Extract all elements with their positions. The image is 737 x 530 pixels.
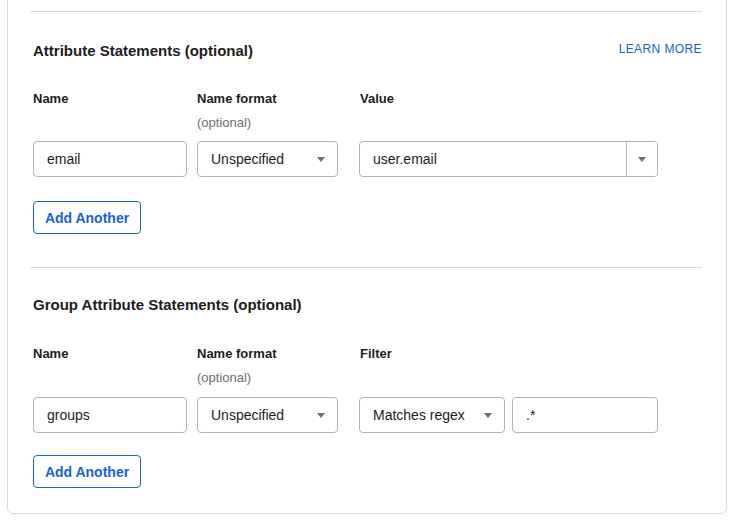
attribute-value-input[interactable] [360,142,626,176]
top-section-divider [30,11,702,12]
attribute-value-dropdown-button[interactable] [626,142,657,176]
group-attribute-name-format-select[interactable]: Unspecified [197,397,338,433]
chevron-down-icon [484,413,492,418]
column-header-value: Value [360,92,394,106]
add-another-attribute-button[interactable]: Add Another [33,201,141,234]
group-attribute-name-format-value: Unspecified [211,407,284,423]
group-filter-type-select[interactable]: Matches regex [359,397,505,433]
chevron-down-icon [638,157,646,162]
chevron-down-icon [317,157,325,162]
name-format-optional-note: (optional) [197,116,251,130]
chevron-down-icon [317,413,325,418]
learn-more-link[interactable]: LEARN MORE [619,42,702,56]
group-attribute-statements-title: Group Attribute Statements (optional) [33,297,302,313]
group-filter-type-value: Matches regex [373,407,465,423]
saml-settings-page: Attribute Statements (optional) LEARN MO… [0,0,737,530]
column-header-name: Name [33,92,68,106]
attribute-value-combo [359,141,658,177]
column-header-name: Name [33,347,68,361]
attribute-name-input[interactable] [33,141,187,177]
settings-card [7,0,727,514]
group-attribute-name-input[interactable] [33,397,187,433]
column-header-name-format: Name format [197,347,276,361]
name-format-optional-note: (optional) [197,371,251,385]
attribute-name-format-select[interactable]: Unspecified [197,141,338,177]
column-header-filter: Filter [360,347,392,361]
attribute-statements-title: Attribute Statements (optional) [33,43,253,59]
add-another-group-attribute-button[interactable]: Add Another [33,455,141,488]
attribute-name-format-value: Unspecified [211,151,284,167]
column-header-name-format: Name format [197,92,276,106]
group-filter-value-input[interactable] [512,397,658,433]
mid-section-divider [30,267,702,268]
